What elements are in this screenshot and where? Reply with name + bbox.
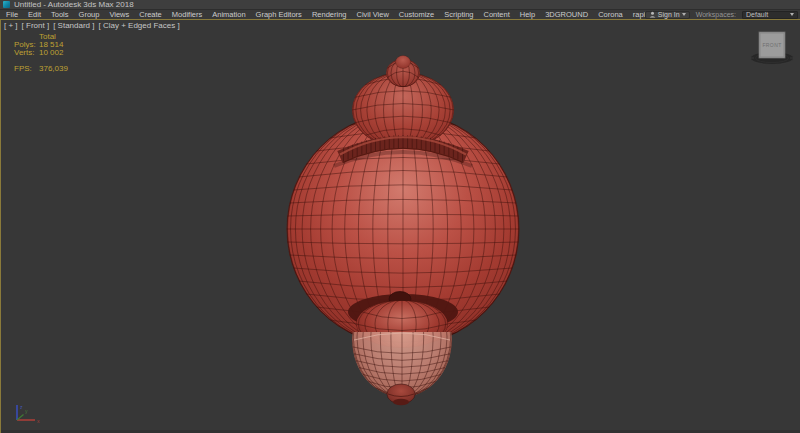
menu-item-corona[interactable]: Corona: [593, 10, 628, 19]
menu-item-tools[interactable]: Tools: [46, 10, 74, 19]
model-opening-shadow: [348, 294, 458, 330]
workspace-select[interactable]: Default: [742, 11, 798, 19]
viewport-menu-general[interactable]: [ + ]: [4, 22, 18, 30]
viewcube-face-label: FRONT: [762, 42, 781, 48]
model-lid-tip: [386, 59, 420, 87]
stats-fps-label: FPS:: [12, 65, 39, 73]
model-pot[interactable]: [287, 56, 520, 406]
svg-text:y: y: [25, 408, 28, 414]
menu-item-rendering[interactable]: Rendering: [307, 10, 352, 19]
workspaces-label: Workspaces:: [696, 11, 736, 18]
menu-item-modifiers[interactable]: Modifiers: [167, 10, 207, 19]
bottom-dome-rim-highlight: [354, 333, 450, 340]
menu-item-3dground[interactable]: 3DGROUND: [540, 10, 593, 19]
viewport-menu-renderer[interactable]: [ Standard ]: [53, 22, 94, 30]
svg-text:z: z: [20, 404, 23, 410]
user-icon: [649, 11, 656, 18]
menu-bar-items: FileEditToolsGroupViewsCreateModifiersAn…: [1, 10, 672, 19]
chevron-down-icon: [682, 13, 686, 16]
model-bottom-dome: [352, 277, 452, 397]
stats-verts-value: 10 002: [39, 49, 63, 57]
sign-in-button[interactable]: Sign In: [645, 11, 690, 19]
model-lid-nub: [396, 56, 411, 69]
menu-item-group[interactable]: Group: [74, 10, 105, 19]
model-rim: [334, 135, 472, 166]
menu-item-civil-view[interactable]: Civil View: [351, 10, 393, 19]
viewport-label: [ + ] [ Front ] [ Standard ] [ Clay + Ed…: [4, 22, 180, 30]
wireframe-body: [287, 112, 520, 346]
model-body: [287, 112, 520, 346]
app-window: Untitled - Autodesk 3ds Max 2018 FileEdi…: [0, 0, 800, 433]
wireframe-rim-ticks: [344, 135, 463, 161]
stats-fps-value: 376,039: [39, 65, 68, 73]
menu-item-animation[interactable]: Animation: [207, 10, 250, 19]
world-axis-gizmo: z x y: [8, 403, 52, 429]
model-lid-dome: [352, 72, 454, 148]
stats-verts-label: Verts:: [12, 49, 39, 57]
title-bar: Untitled - Autodesk 3ds Max 2018: [0, 0, 800, 10]
viewport-menu-pov[interactable]: [ Front ]: [22, 22, 50, 30]
model-bottom-knob: [387, 384, 415, 405]
menu-item-scripting[interactable]: Scripting: [439, 10, 478, 19]
menu-bar-right: Sign In Workspaces: Default: [645, 10, 798, 19]
menu-item-help[interactable]: Help: [515, 10, 540, 19]
workspace-value: Default: [746, 11, 768, 18]
axis-y: [17, 415, 24, 421]
svg-text:x: x: [37, 418, 40, 424]
menu-item-create[interactable]: Create: [134, 10, 167, 19]
wireframe-inner-dome: [356, 300, 448, 348]
viewcube[interactable]: FRONT: [746, 27, 798, 73]
viewport-front[interactable]: [ + ] [ Front ] [ Standard ] [ Clay + Ed…: [0, 19, 800, 433]
scene-canvas: [0, 19, 800, 433]
menu-item-content[interactable]: Content: [478, 10, 514, 19]
menu-item-file[interactable]: File: [1, 10, 23, 19]
model-inner-tip: [389, 292, 411, 307]
viewport-menu-shading[interactable]: [ Clay + Edged Faces ]: [98, 22, 179, 30]
wireframe-bottom-dome: [352, 277, 452, 397]
app-icon: [3, 1, 10, 8]
model-inner-dome: [356, 300, 448, 348]
chevron-down-icon: [790, 13, 794, 16]
menu-item-views[interactable]: Views: [104, 10, 134, 19]
menu-bar: FileEditToolsGroupViewsCreateModifiersAn…: [0, 10, 800, 19]
menu-item-customize[interactable]: Customize: [394, 10, 439, 19]
window-title: Untitled - Autodesk 3ds Max 2018: [14, 0, 134, 9]
sign-in-label: Sign In: [658, 11, 680, 18]
viewport-statistics: Total Polys:18 514 Verts:10 002 FPS:376,…: [12, 33, 68, 73]
wireframe-lid-tip: [386, 59, 420, 87]
wireframe-lid-dome: [352, 72, 454, 148]
menu-item-edit[interactable]: Edit: [23, 10, 46, 19]
menu-item-graph-editors[interactable]: Graph Editors: [251, 10, 307, 19]
